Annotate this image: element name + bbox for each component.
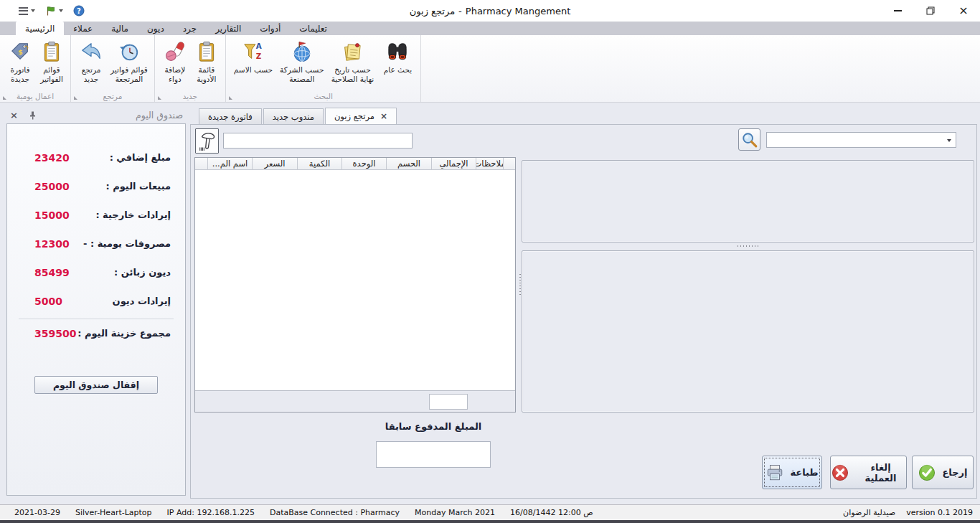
barcode-scan-button[interactable] [195,128,219,154]
cash-row: مبيعات اليوم :25000 [7,179,185,194]
cash-value: 12300 [34,238,70,250]
status-date: 2021-03-29 [14,508,60,517]
cancel-circle-icon [831,463,849,482]
pin-icon[interactable] [29,111,36,120]
status-pharmacy-name: صيدلية الرضوان [843,508,895,517]
ribbon-tab-customers[interactable]: عملاء [64,22,102,35]
returned-invoices-button[interactable]: قوائم فواتير المرتجعة [107,39,151,85]
search-by-name-button[interactable]: AZ حسب الاسم [230,39,276,75]
flag-button[interactable] [45,6,63,17]
window-bottom-edge [0,520,980,523]
dialog-launcher-icon[interactable] [229,96,232,100]
binoculars-icon [386,40,409,63]
ribbon-group-label: مرتجع [81,92,144,100]
search-combobox[interactable] [766,132,956,148]
close-day-cashbox-button[interactable]: إقفال صندوق اليوم [34,376,158,394]
close-tab-icon[interactable]: × [380,111,387,121]
ribbon-item-label: قوائم الفواتير [40,65,63,84]
ribbon-tab-inventory[interactable]: جرد [174,22,206,35]
flag-icon [45,6,56,17]
ribbon-tabstrip: الرئيسية عملاء مالية ديون جرد التقارير أ… [0,22,980,35]
help-button[interactable]: ? [73,5,85,17]
print-button[interactable]: طباعة [762,456,822,489]
search-by-expiry-button[interactable]: حسب تاريخ نهاية الصلاحية [327,39,377,85]
close-button[interactable]: × [947,0,980,22]
column-header-unit[interactable]: الوحدة [342,158,387,169]
chevron-down-icon [31,9,35,12]
price-tag-icon: $ [9,40,32,63]
ribbon-item-label: حسب تاريخ نهاية الصلاحية [331,65,374,84]
cash-value: 23420 [34,152,70,164]
ribbon-group-returns: مرتجع جديد قوائم فواتير المرتجعة مرتجع [71,35,155,102]
ribbon-item-label: حسب الشركة المصنعة [280,65,324,84]
new-invoice-button[interactable]: $ فاتورة جديدة [4,39,36,85]
ribbon-group-label: جديد [165,92,215,100]
doc-tab-new-rep[interactable]: مندوب جديد [263,108,324,124]
ribbon-tab-reports[interactable]: التقارير [206,22,250,35]
invoices-clipboard-icon [40,40,63,63]
add-medicine-button[interactable]: لإضافة دواء [159,39,191,85]
dialog-launcher-icon[interactable] [158,96,161,100]
chevron-down-icon [947,139,951,142]
status-ip: IP Add: 192.168.1.225 [167,508,255,517]
ribbon-item-label: لإضافة دواء [164,65,185,84]
filter-az-icon: AZ [242,40,265,63]
column-header-discount[interactable]: الحسم [387,158,432,169]
column-header-item-name[interactable]: اسم الم... [208,158,253,169]
titlebar: ? مرتجع زبون - Pharmacy Mangement × [0,0,980,22]
close-panel-icon[interactable]: × [10,110,18,121]
invoices-list-button[interactable]: قوائم الفواتير [36,39,67,85]
search-button[interactable] [738,128,760,151]
ribbon-tab-finance[interactable]: مالية [102,22,138,35]
ribbon-item-label: بحث عام [384,65,412,75]
ribbon-tab-debts[interactable]: ديون [138,22,174,35]
ribbon-item-label: حسب الاسم [234,65,273,75]
restore-button[interactable] [914,0,947,22]
dialog-launcher-icon[interactable] [3,96,6,100]
new-return-button[interactable]: مرتجع جديد [75,39,107,85]
column-header-price[interactable]: السعر [253,158,298,169]
cash-value: 359500 [34,328,76,339]
cash-label: مصروفات يومية : - [83,238,171,249]
return-confirm-button[interactable]: إرجاع [912,456,974,489]
doc-tab-new-invoice[interactable]: فاتورة جديدة [199,108,262,124]
table-footer-input[interactable] [429,394,468,410]
minimize-icon [894,10,902,11]
cash-label: ديون زبائن : [114,267,171,278]
cash-value: 15000 [34,209,70,221]
search-by-company-button[interactable]: حسب الشركة المصنعة [276,39,327,85]
menu-button[interactable] [19,7,35,15]
barcode-input[interactable] [223,133,413,149]
medicines-clipboard-icon [195,40,218,63]
horizontal-splitter[interactable] [522,242,974,250]
returned-invoices-icon [118,40,141,63]
detail-panel-top [522,160,974,242]
table-body [195,170,515,390]
cancel-operation-button[interactable]: إلغاء العملية [830,456,907,489]
ribbon-tab-home[interactable]: الرئيسية [16,22,64,35]
dialog-launcher-icon[interactable] [74,96,77,100]
column-header-quantity[interactable]: الكمية [298,158,342,169]
column-header-notes[interactable]: ملاحظات [476,158,504,169]
document-tabstrip: فاتورة جديدة مندوب جديد ×مرتجع زبون [190,108,977,124]
statusbar: 2021-03-29 Silver-Heart-Laptop IP Add: 1… [0,504,980,520]
table-header-row: اسم الم... السعر الكمية الوحدة الحسم الإ… [195,158,515,170]
svg-text:$: $ [18,48,23,56]
ribbon-group-search: AZ حسب الاسم حسب الشركة المصنعة حسب تاري… [226,35,422,102]
doc-tab-customer-return[interactable]: ×مرتجع زبون [325,108,397,124]
column-header-selector[interactable] [195,158,208,169]
cash-total-row: مجموع خزينة اليوم :359500 [7,326,185,341]
ribbon: $ فاتورة جديدة قوائم الفواتير اعمال يومي… [0,35,980,103]
ribbon-item-label: قوائم فواتير المرتجعة [110,65,148,84]
ribbon-tab-tools[interactable]: أدوات [250,22,290,35]
cash-label: مجموع خزينة اليوم : [77,328,171,339]
general-search-button[interactable]: بحث عام [377,39,418,75]
cash-row: مبلغ إضافي :23420 [7,150,185,165]
paid-amount-input[interactable] [376,441,491,468]
expiry-notes-icon [341,40,364,63]
minimize-button[interactable] [881,0,914,22]
scrollbar-gutter [504,158,515,169]
ribbon-tab-help[interactable]: تعليمات [290,22,336,35]
medicines-list-button[interactable]: قائمة الأدوية [191,39,222,85]
column-header-total[interactable]: الإجمالي [432,158,476,169]
